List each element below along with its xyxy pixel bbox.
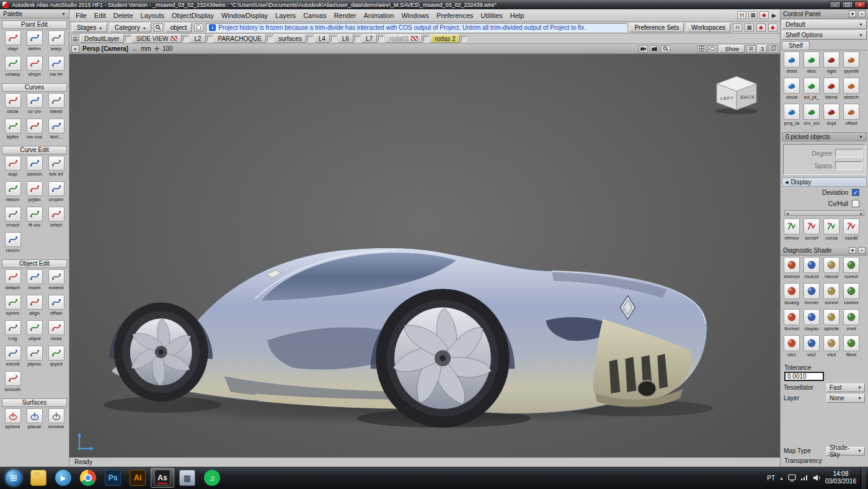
menu-help[interactable]: Help bbox=[507, 11, 528, 20]
menu-file[interactable]: File bbox=[72, 11, 91, 20]
shade-tool-clayao[interactable]: clayao bbox=[802, 309, 822, 335]
tool-revolve[interactable]: revolve bbox=[45, 408, 67, 434]
menu-canvas[interactable]: Canvas bbox=[299, 11, 330, 20]
cp-tool-xfrmcv[interactable]: xfrmcv bbox=[782, 218, 802, 244]
close-button[interactable]: × bbox=[854, 1, 866, 8]
palette-title-bar[interactable]: Palette ▼ bbox=[0, 9, 69, 19]
menu-edit[interactable]: Edit bbox=[91, 11, 110, 20]
tool-blend[interactable]: blend bbox=[45, 93, 67, 119]
taskbar-photoshop[interactable]: Ps bbox=[101, 468, 125, 488]
diagnostic-shade-header[interactable]: Diagnostic Shade ▼ × bbox=[781, 246, 868, 256]
shelf-tool-circle[interactable]: circle bbox=[782, 78, 802, 104]
tool-shrpn[interactable]: shrpn bbox=[24, 56, 45, 81]
shelf-tool-crv-scl[interactable]: crv_scl bbox=[802, 104, 822, 130]
network-tray-icon[interactable] bbox=[800, 474, 808, 482]
expand-arrow-icon[interactable]: ▶ bbox=[771, 12, 777, 19]
maximize-button[interactable]: ▢ bbox=[842, 1, 853, 8]
tool-close[interactable]: close bbox=[45, 320, 67, 346]
layer-check-surfaces[interactable] bbox=[308, 36, 313, 42]
tool-cmanp[interactable]: cmanp bbox=[2, 56, 24, 81]
tool-rebcrv[interactable]: rebcrv bbox=[2, 181, 24, 207]
tool-insert[interactable]: insert bbox=[24, 269, 45, 295]
shelf-set-dropdown[interactable]: Default ▼ bbox=[782, 20, 867, 29]
stacked-windows-icon[interactable] bbox=[769, 45, 778, 53]
shade-tool-usetex[interactable]: usetex bbox=[841, 283, 861, 309]
shade-tool-curevl[interactable]: curevl bbox=[841, 257, 861, 283]
shade-tool-horver[interactable]: horver bbox=[802, 283, 822, 309]
layers-menu-icon[interactable]: ▤ bbox=[71, 35, 79, 42]
layer-tab-l2[interactable]: L2 bbox=[190, 34, 205, 43]
layer-check-parachoque[interactable] bbox=[267, 36, 273, 42]
menu-objectdisplay[interactable]: ObjectDisplay bbox=[168, 11, 218, 20]
category-button[interactable]: Category bbox=[110, 23, 151, 32]
shelf-tool-stretch[interactable]: stretch bbox=[841, 78, 861, 104]
tool-srtsct[interactable]: srtsct bbox=[45, 207, 67, 232]
ellipse-select-icon[interactable] bbox=[708, 45, 717, 53]
tool-dupl[interactable]: dupl bbox=[2, 156, 24, 181]
tool-revcrv[interactable]: revcrv bbox=[2, 232, 24, 258]
preference-sets-button[interactable]: Preference Sets bbox=[629, 23, 684, 32]
panel-close-icon[interactable]: × bbox=[858, 11, 866, 17]
tool-edcmt[interactable]: edcmt bbox=[2, 346, 24, 371]
layer-check-side-view[interactable] bbox=[183, 36, 188, 42]
viewport-close-icon[interactable]: × bbox=[71, 45, 79, 53]
layer-tab-defaultlayer[interactable]: DefaultLayer bbox=[80, 34, 124, 43]
tool-smooth[interactable]: smooth bbox=[2, 371, 24, 397]
view-cube[interactable]: LEFT BACK bbox=[712, 71, 764, 115]
shelf-tool-dhist[interactable]: dhist bbox=[782, 52, 802, 78]
layer-tab-l6[interactable]: L6 bbox=[338, 34, 353, 43]
control-panel-header[interactable]: Control Panel ▼ × bbox=[781, 9, 868, 19]
layer-check-l4[interactable] bbox=[331, 36, 337, 42]
tool-align[interactable]: align bbox=[24, 295, 45, 320]
deviation-checkbox[interactable]: ✓ bbox=[852, 189, 859, 196]
display-tray-icon[interactable] bbox=[788, 474, 796, 482]
tool-detach[interactable]: detach bbox=[2, 269, 24, 295]
tool-objed[interactable]: objed bbox=[24, 320, 45, 346]
hotkeys-icon[interactable]: H bbox=[737, 11, 746, 19]
volume-tray-icon[interactable] bbox=[813, 474, 821, 482]
hidden-icons-chevron[interactable]: ▲ bbox=[779, 476, 784, 480]
menu-delete[interactable]: Delete bbox=[110, 11, 137, 20]
taskbar-chrome[interactable] bbox=[76, 468, 100, 488]
shelf-tool-proj-ta[interactable]: proj_ta bbox=[782, 104, 802, 130]
shelf-tool-ed-pt[interactable]: ed_pt_ bbox=[802, 78, 822, 104]
layer-tab-l7[interactable]: L7 bbox=[361, 34, 377, 43]
workspaces-button[interactable]: Workspaces bbox=[686, 23, 730, 32]
spans-field[interactable] bbox=[835, 161, 862, 170]
taskbar-file-explorer[interactable] bbox=[27, 468, 50, 488]
viewport-canvas[interactable]: LEFT BACK bbox=[69, 54, 780, 457]
tool-defrm[interactable]: defrm bbox=[24, 30, 45, 56]
cp-tool-xsedit[interactable]: xsedit bbox=[841, 218, 861, 244]
shelf-tool-dloc[interactable]: dloc bbox=[802, 52, 822, 78]
taskbar-illustrator[interactable]: Ai bbox=[126, 468, 149, 488]
camera-icon[interactable] bbox=[639, 45, 648, 53]
rear-wheel[interactable] bbox=[376, 289, 510, 428]
tool-kptbx[interactable]: kptbx bbox=[2, 119, 24, 144]
degree-field[interactable] bbox=[835, 149, 862, 158]
menu-windows[interactable]: Windows bbox=[397, 11, 433, 20]
shade-tool-ophote[interactable]: ophote bbox=[822, 309, 841, 335]
hotbox-icon[interactable]: H bbox=[733, 24, 742, 32]
horizontal-scrollbar[interactable]: ◀▶ bbox=[784, 210, 864, 216]
viewport-camera-label[interactable]: Persp [Camera] bbox=[82, 45, 128, 52]
section-header-curve-edit[interactable]: Curve Edit bbox=[2, 146, 67, 155]
tool-circle[interactable]: circle bbox=[2, 93, 24, 119]
layer-check-roda01[interactable] bbox=[423, 36, 429, 42]
taskbar-spotify[interactable] bbox=[200, 468, 224, 488]
shade-tool-filest[interactable]: filest bbox=[841, 335, 861, 361]
pin-red-icon[interactable]: ◆ bbox=[756, 24, 766, 32]
shade-tool-vis1[interactable]: vis1 bbox=[782, 335, 802, 361]
tool-stretch[interactable]: stretch bbox=[24, 156, 45, 181]
tool-text[interactable]: text... bbox=[45, 119, 67, 144]
layer-check-l6[interactable] bbox=[355, 36, 360, 42]
panel-close-icon[interactable]: × bbox=[858, 247, 866, 254]
layer-check-rodas-2[interactable] bbox=[461, 36, 467, 42]
title-bar[interactable]: Autodesk Alias AutoStudio 2015 HF1 - Stu… bbox=[0, 0, 868, 9]
tool-t-rig[interactable]: t-rig bbox=[2, 320, 24, 346]
car-model[interactable] bbox=[69, 54, 780, 457]
zoom-magnifier-icon[interactable] bbox=[661, 45, 670, 53]
menu-layers[interactable]: Layers bbox=[272, 11, 299, 20]
tool-symm[interactable]: symm bbox=[2, 295, 24, 320]
stages-button[interactable]: Stages bbox=[72, 23, 107, 32]
language-indicator[interactable]: PT bbox=[767, 475, 775, 482]
